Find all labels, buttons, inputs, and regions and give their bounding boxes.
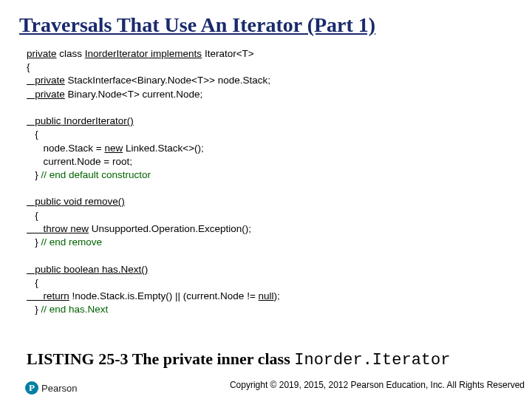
t: node.Stack = [27,143,104,154]
t: // end remove [41,236,103,248]
caption-prefix: LISTING 25-3 The private inner class [27,349,294,368]
title-text: Traversals That Use An Iterator (Part 1) [19,13,375,36]
t: class [57,48,85,59]
t: InorderIterator() [61,115,134,126]
t: InorderIterator [85,48,149,59]
t: remove() [82,196,125,207]
copyright-text: Copyright © 2019, 2015, 2012 Pearson Edu… [230,380,525,390]
caption-classname: Inorder.Iterator [294,351,450,369]
t: implements [148,48,202,59]
t: { [27,210,38,221]
t: ); [274,290,280,301]
slide-title: Traversals That Use An Iterator (Part 1) [0,0,532,41]
footer: Copyright © 2019, 2015, 2012 Pearson Edu… [0,377,525,393]
t: } [27,236,41,248]
listing-caption: LISTING 25-3 The private inner class Ino… [27,349,450,369]
t: // end has.Next [41,304,109,315]
t: boolean [61,264,100,275]
t: { [27,61,30,72]
t: new [104,143,123,154]
t: return [27,290,69,301]
t: { [27,129,38,140]
t: private [27,48,57,59]
t: Unsupported.Operation.Exception(); [89,223,251,234]
t: Binary.Node<T> current.Node; [65,89,203,100]
t: } [27,304,41,315]
t: { [27,277,38,288]
code-block: private class InorderIterator implements… [0,41,532,316]
t: null [259,290,274,301]
t: new [68,223,89,234]
t: // end default constructor [41,169,151,180]
t [27,250,30,261]
t: !node.Stack.is.Empty() || (current.Node … [69,290,259,301]
t: StackInterface<Binary.Node<T>> node.Stac… [65,75,270,86]
t: } [27,169,41,180]
t: void [61,196,83,207]
t: public [27,196,61,207]
t: has.Next() [99,264,148,275]
t: Linked.Stack<>(); [123,143,204,154]
t [27,183,30,194]
t: current.Node = root; [27,156,132,167]
t [27,102,30,113]
slide: Traversals That Use An Iterator (Part 1)… [0,0,532,399]
t: Iterator<T> [202,48,254,59]
t: public [27,115,61,126]
t: public [27,264,61,275]
t: private [27,75,65,86]
t: throw [27,223,68,234]
t: private [27,89,65,100]
